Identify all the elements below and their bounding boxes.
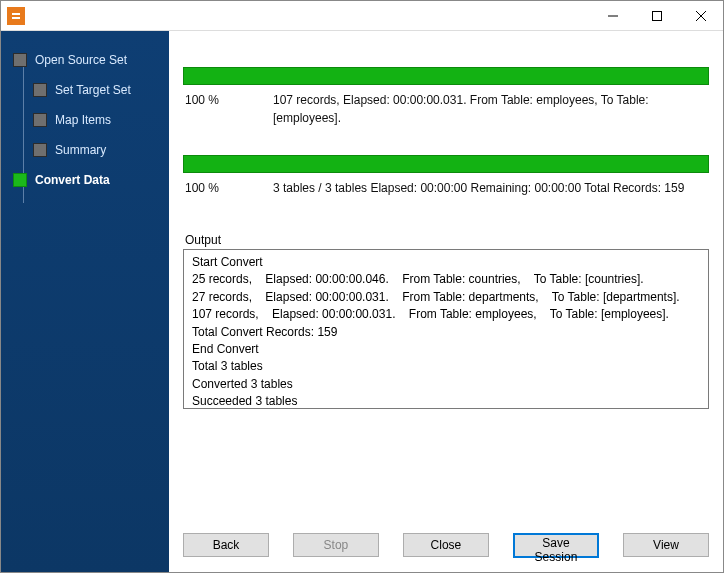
app-icon xyxy=(7,7,25,25)
step-box-icon xyxy=(33,143,47,157)
close-button[interactable] xyxy=(679,1,723,31)
step-label: Open Source Set xyxy=(35,53,127,67)
step-label: Set Target Set xyxy=(55,83,131,97)
progress-block-total: 100 % 3 tables / 3 tables Elapsed: 00:00… xyxy=(183,155,709,197)
maximize-button[interactable] xyxy=(635,1,679,31)
progress-block-table: 100 % 107 records, Elapsed: 00:00:00.031… xyxy=(183,67,709,127)
progress-bar-total xyxy=(183,155,709,173)
step-convert-data[interactable]: Convert Data xyxy=(1,165,169,195)
app-window: Open Source Set Set Target Set Map Items… xyxy=(0,0,724,573)
output-section: Output Start Convert 25 records, Elapsed… xyxy=(183,233,709,409)
progress-details: 107 records, Elapsed: 00:00:00.031. From… xyxy=(273,91,707,127)
wizard-steps: Open Source Set Set Target Set Map Items… xyxy=(1,45,169,195)
output-log[interactable]: Start Convert 25 records, Elapsed: 00:00… xyxy=(183,249,709,409)
progress-row-total: 100 % 3 tables / 3 tables Elapsed: 00:00… xyxy=(183,173,709,197)
step-summary[interactable]: Summary xyxy=(1,135,169,165)
step-label: Summary xyxy=(55,143,106,157)
step-box-icon xyxy=(33,113,47,127)
window-controls xyxy=(591,1,723,31)
step-label: Convert Data xyxy=(35,173,110,187)
stop-button: Stop xyxy=(293,533,379,557)
step-open-source-set[interactable]: Open Source Set xyxy=(1,45,169,75)
body: Open Source Set Set Target Set Map Items… xyxy=(1,31,723,572)
step-box-icon xyxy=(13,53,27,67)
step-map-items[interactable]: Map Items xyxy=(1,105,169,135)
progress-area: 100 % 107 records, Elapsed: 00:00:00.031… xyxy=(169,31,723,225)
step-box-icon xyxy=(33,83,47,97)
progress-percent: 100 % xyxy=(185,91,247,109)
step-box-icon xyxy=(13,173,27,187)
progress-percent: 100 % xyxy=(185,179,247,197)
progress-details: 3 tables / 3 tables Elapsed: 00:00:00 Re… xyxy=(273,179,707,197)
titlebar xyxy=(1,1,723,31)
close-wizard-button[interactable]: Close xyxy=(403,533,489,557)
step-set-target-set[interactable]: Set Target Set xyxy=(1,75,169,105)
button-row: Back Stop Close Save Session View xyxy=(169,519,723,572)
main-panel: 100 % 107 records, Elapsed: 00:00:00.031… xyxy=(169,31,723,572)
svg-rect-2 xyxy=(653,11,662,20)
svg-rect-0 xyxy=(7,7,25,25)
titlebar-left xyxy=(1,7,591,25)
minimize-button[interactable] xyxy=(591,1,635,31)
wizard-sidebar: Open Source Set Set Target Set Map Items… xyxy=(1,31,169,572)
progress-bar-table xyxy=(183,67,709,85)
save-session-button[interactable]: Save Session xyxy=(513,533,599,558)
output-label: Output xyxy=(183,233,709,249)
progress-row-table: 100 % 107 records, Elapsed: 00:00:00.031… xyxy=(183,85,709,127)
view-button[interactable]: View xyxy=(623,533,709,557)
step-label: Map Items xyxy=(55,113,111,127)
back-button[interactable]: Back xyxy=(183,533,269,557)
